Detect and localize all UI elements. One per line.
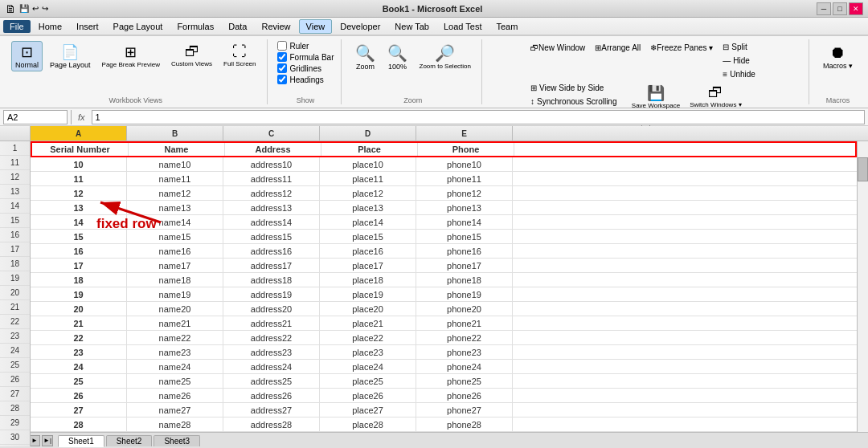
headings-checkbox[interactable] bbox=[277, 75, 287, 84]
ribbon-btn-full-screen[interactable]: ⛶ Full Screen bbox=[219, 41, 260, 70]
minimize-button[interactable]: ─ bbox=[817, 2, 831, 15]
menu-insert[interactable]: Insert bbox=[70, 20, 105, 33]
cell-29-col-a[interactable]: 28 bbox=[31, 417, 127, 431]
cell-21-col-a[interactable]: 20 bbox=[31, 302, 127, 316]
cell-19-col-a[interactable]: 18 bbox=[31, 273, 127, 287]
cell-19-col-d[interactable]: place18 bbox=[320, 273, 416, 287]
ribbon-btn-split[interactable]: ⊟ Split bbox=[719, 41, 760, 53]
ribbon-btn-view-side-by-side[interactable]: ⊞ View Side by Side bbox=[526, 82, 626, 94]
menu-new-tab[interactable]: New Tab bbox=[388, 20, 436, 33]
cell-21-col-d[interactable]: place20 bbox=[320, 302, 416, 316]
cell-26-col-c[interactable]: address25 bbox=[223, 374, 320, 388]
cell-18-col-c[interactable]: address17 bbox=[223, 259, 320, 272]
row-num-22[interactable]: 22 bbox=[0, 315, 30, 329]
menu-team[interactable]: Team bbox=[489, 20, 524, 33]
cell-27-col-e[interactable]: phone26 bbox=[416, 389, 513, 402]
ribbon-btn-hide[interactable]: — Hide bbox=[719, 55, 760, 67]
cell-11-col-b[interactable]: name10 bbox=[127, 157, 223, 171]
ribbon-btn-custom-views[interactable]: 🗗 Custom Views bbox=[167, 41, 216, 70]
cell-25-col-d[interactable]: place24 bbox=[320, 360, 416, 373]
cell-11-col-a[interactable]: 10 bbox=[31, 157, 127, 171]
ribbon-btn-page-layout[interactable]: 📄 Page Layout bbox=[46, 41, 95, 71]
cell-27-col-d[interactable]: place26 bbox=[320, 389, 416, 402]
cell-25-col-a[interactable]: 24 bbox=[31, 360, 127, 373]
cell-13-col-a[interactable]: 12 bbox=[31, 186, 127, 200]
ribbon-btn-zoom[interactable]: 🔍 Zoom bbox=[351, 41, 380, 73]
cell-17-col-b[interactable]: name16 bbox=[127, 244, 223, 258]
col-header-e[interactable]: E bbox=[416, 126, 513, 141]
menu-developer[interactable]: Developer bbox=[334, 20, 387, 33]
cell-21-col-c[interactable]: address20 bbox=[223, 302, 320, 316]
ribbon-btn-macros[interactable]: ⏺ Macros ▾ bbox=[819, 41, 857, 72]
cell-24-col-b[interactable]: name23 bbox=[127, 345, 223, 359]
cell-19-col-b[interactable]: name18 bbox=[127, 273, 223, 287]
cell-24-col-a[interactable]: 23 bbox=[31, 345, 127, 359]
formula-bar-checkbox[interactable] bbox=[277, 52, 287, 62]
col-header-a[interactable]: A bbox=[31, 126, 127, 141]
quick-access-save[interactable]: 💾 bbox=[19, 4, 29, 13]
cell-25-col-e[interactable]: phone24 bbox=[416, 360, 513, 373]
cell-17-col-c[interactable]: address16 bbox=[223, 244, 320, 258]
cell-24-col-d[interactable]: place23 bbox=[320, 345, 416, 359]
scrollbar-thumb[interactable] bbox=[858, 157, 868, 181]
cell-23-col-e[interactable]: phone22 bbox=[416, 331, 513, 344]
cell-14-col-b[interactable]: name13 bbox=[127, 201, 223, 214]
row-num-20[interactable]: 20 bbox=[0, 286, 30, 300]
cell-1-col-c[interactable]: Address bbox=[225, 143, 321, 156]
cell-27-col-c[interactable]: address26 bbox=[223, 389, 320, 402]
ruler-checkbox[interactable] bbox=[277, 41, 287, 51]
row-num-1[interactable]: 1 bbox=[0, 141, 30, 156]
cell-21-col-b[interactable]: name20 bbox=[127, 302, 223, 316]
cell-14-col-e[interactable]: phone13 bbox=[416, 201, 513, 214]
quick-access-redo[interactable]: ↪ bbox=[42, 4, 48, 13]
cell-21-col-e[interactable]: phone20 bbox=[416, 302, 513, 316]
cell-20-col-e[interactable]: phone19 bbox=[416, 287, 513, 301]
cell-23-col-a[interactable]: 22 bbox=[31, 331, 127, 344]
name-box[interactable] bbox=[3, 110, 68, 124]
row-num-12[interactable]: 12 bbox=[0, 170, 30, 185]
cell-16-col-c[interactable]: address15 bbox=[223, 230, 320, 243]
sheet-tab-2[interactable]: Sheet2 bbox=[106, 435, 153, 446]
row-num-16[interactable]: 16 bbox=[0, 228, 30, 242]
cell-29-col-d[interactable]: place28 bbox=[320, 417, 416, 431]
row-num-21[interactable]: 21 bbox=[0, 300, 30, 315]
cell-18-col-b[interactable]: name17 bbox=[127, 259, 223, 272]
cell-26-col-d[interactable]: place25 bbox=[320, 374, 416, 388]
row-num-27[interactable]: 27 bbox=[0, 387, 30, 401]
sheet-tab-1[interactable]: Sheet1 bbox=[58, 435, 104, 447]
row-num-13[interactable]: 13 bbox=[0, 185, 30, 199]
cell-17-col-d[interactable]: place16 bbox=[320, 244, 416, 258]
menu-file[interactable]: File bbox=[3, 20, 31, 33]
ribbon-btn-synchronous-scrolling[interactable]: ↕ Synchronous Scrolling bbox=[526, 96, 626, 108]
cell-16-col-d[interactable]: place15 bbox=[320, 230, 416, 243]
cell-13-col-d[interactable]: place12 bbox=[320, 186, 416, 200]
cell-22-col-d[interactable]: place21 bbox=[320, 316, 416, 330]
headings-checkbox-label[interactable]: Headings bbox=[277, 75, 334, 84]
cell-15-col-e[interactable]: phone14 bbox=[416, 215, 513, 229]
cell-14-col-c[interactable]: address13 bbox=[223, 201, 320, 214]
cell-20-col-c[interactable]: address19 bbox=[223, 287, 320, 301]
cell-24-col-c[interactable]: address23 bbox=[223, 345, 320, 359]
cell-27-col-b[interactable]: name26 bbox=[127, 389, 223, 402]
cell-16-col-a[interactable]: 15 bbox=[31, 230, 127, 243]
cell-23-col-d[interactable]: place22 bbox=[320, 331, 416, 344]
cell-11-col-c[interactable]: address10 bbox=[223, 157, 320, 171]
cell-17-col-e[interactable]: phone16 bbox=[416, 244, 513, 258]
row-num-11[interactable]: 11 bbox=[0, 156, 30, 170]
menu-home[interactable]: Home bbox=[32, 20, 68, 33]
col-header-d[interactable]: D bbox=[320, 126, 416, 141]
close-button[interactable]: ✕ bbox=[849, 2, 863, 15]
ribbon-btn-zoom-selection[interactable]: 🔎 Zoom to Selection bbox=[416, 41, 475, 72]
menu-page-layout[interactable]: Page Layout bbox=[107, 20, 170, 33]
maximize-button[interactable]: □ bbox=[833, 2, 847, 15]
formula-bar-checkbox-label[interactable]: Formula Bar bbox=[277, 52, 334, 62]
cell-28-col-a[interactable]: 27 bbox=[31, 403, 127, 417]
cell-1-col-a[interactable]: Serial Number bbox=[32, 143, 129, 156]
cell-18-col-d[interactable]: place17 bbox=[320, 259, 416, 272]
cell-1-col-e[interactable]: Phone bbox=[418, 143, 514, 156]
cell-28-col-d[interactable]: place27 bbox=[320, 403, 416, 417]
cell-15-col-c[interactable]: address14 bbox=[223, 215, 320, 229]
sheet-tab-3[interactable]: Sheet3 bbox=[154, 435, 200, 446]
row-num-28[interactable]: 28 bbox=[0, 401, 30, 416]
cell-12-col-b[interactable]: name11 bbox=[127, 172, 223, 185]
